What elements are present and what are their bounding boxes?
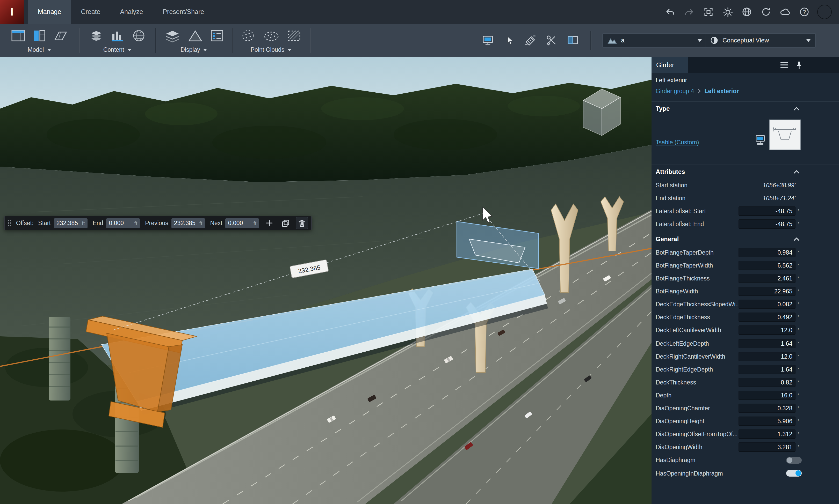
offset-value-input[interactable] bbox=[56, 220, 79, 226]
property-value[interactable]: 0.492 bbox=[738, 313, 796, 322]
property-unit: ' bbox=[798, 262, 802, 269]
chevron-down-icon bbox=[287, 48, 292, 51]
content-columns-icon[interactable] bbox=[110, 29, 125, 43]
app-logo-letter: I bbox=[10, 6, 13, 18]
property-value[interactable]: -48.75 bbox=[738, 206, 796, 216]
property-label: DiaOpeningHeight bbox=[656, 418, 738, 424]
property-row: DeckThickness 0.82 ' bbox=[651, 376, 839, 389]
add-offset-button[interactable] bbox=[264, 217, 275, 229]
model-surface-icon[interactable] bbox=[53, 29, 68, 43]
pointcloud-scan-icon[interactable] bbox=[240, 29, 256, 43]
panel-tab-girder[interactable]: Girder bbox=[651, 57, 687, 73]
utility-tools-icon[interactable] bbox=[545, 34, 558, 47]
ribbon-group-model: Model bbox=[0, 24, 79, 57]
section-header-attributes[interactable]: Attributes bbox=[651, 165, 839, 179]
pin-icon[interactable] bbox=[796, 61, 803, 69]
property-value[interactable]: 2.461 bbox=[738, 274, 796, 283]
chevron-down-icon bbox=[47, 48, 51, 51]
property-value[interactable]: 0.984 bbox=[738, 248, 796, 257]
drag-grip-icon[interactable] bbox=[7, 219, 12, 227]
property-value[interactable]: 1.64 bbox=[738, 365, 796, 374]
girder-type-preview[interactable] bbox=[769, 120, 801, 150]
pointcloud-region-icon[interactable] bbox=[262, 29, 280, 43]
offset-value-input[interactable] bbox=[109, 220, 132, 226]
display-list-icon[interactable] bbox=[209, 29, 224, 43]
tab-create[interactable]: Create bbox=[71, 0, 110, 24]
terrain-theme-dropdown[interactable]: a bbox=[602, 33, 707, 48]
model-panels-icon[interactable] bbox=[32, 29, 47, 43]
delete-button[interactable] bbox=[296, 217, 308, 229]
display-layers-icon[interactable] bbox=[164, 29, 180, 43]
property-value[interactable]: -48.75 bbox=[738, 219, 796, 229]
user-avatar[interactable] bbox=[817, 5, 832, 19]
breadcrumb-current[interactable]: Left exterior bbox=[704, 88, 739, 94]
toggle-switch[interactable] bbox=[786, 470, 802, 476]
copy-button[interactable] bbox=[280, 217, 291, 229]
property-row: DeckLeftCantileverWidth 12.0 ' bbox=[651, 324, 839, 337]
property-unit: ' bbox=[798, 288, 802, 294]
property-label: DeckRightEdgeDepth bbox=[656, 366, 738, 373]
girder-type-link[interactable]: Tsable (Custom) bbox=[656, 139, 699, 145]
ribbon-group-label-display[interactable]: Display bbox=[180, 47, 207, 53]
property-value[interactable]: 6.562 bbox=[738, 261, 796, 270]
tab-analyze[interactable]: Analyze bbox=[110, 0, 153, 24]
property-value[interactable]: 3.281 bbox=[738, 443, 796, 452]
property-value[interactable]: 1.312 bbox=[738, 430, 796, 439]
monitor-tool-icon[interactable] bbox=[482, 34, 494, 47]
offset-unit: ft bbox=[134, 220, 138, 226]
measure-tool-icon[interactable] bbox=[524, 34, 537, 47]
sync-icon[interactable] bbox=[760, 6, 772, 18]
offset-value-input[interactable] bbox=[228, 220, 251, 226]
content-sheets-icon[interactable] bbox=[88, 29, 104, 43]
property-label: End station bbox=[656, 195, 763, 201]
split-view-icon[interactable] bbox=[566, 34, 579, 47]
property-label: Start station bbox=[656, 182, 763, 188]
undo-icon[interactable] bbox=[664, 6, 676, 18]
property-value[interactable]: 12.0 bbox=[738, 326, 796, 335]
section-header-type[interactable]: Type bbox=[651, 102, 839, 115]
property-value[interactable]: 16.0 bbox=[738, 391, 796, 400]
content-globe-icon[interactable] bbox=[131, 29, 146, 43]
breadcrumb-parent-link[interactable]: Girder group 4 bbox=[656, 88, 694, 94]
offset-field-box: ft bbox=[106, 218, 140, 228]
offset-field-label: Start bbox=[38, 220, 51, 226]
ribbon-group-label-content[interactable]: Content bbox=[103, 47, 132, 53]
display-triangle-icon[interactable] bbox=[187, 29, 203, 43]
viewport-3d[interactable]: 232.385 bbox=[0, 57, 651, 504]
property-value[interactable]: 0.82 bbox=[738, 378, 796, 387]
help-icon[interactable]: ? bbox=[798, 6, 810, 18]
ribbon-group-label-model[interactable]: Model bbox=[28, 47, 51, 53]
offset-toolbar-title: Offset: bbox=[16, 220, 33, 226]
property-value[interactable]: 12.0 bbox=[738, 352, 796, 361]
selection-name: Left exterior bbox=[656, 77, 835, 83]
offset-field-box: ft bbox=[226, 218, 259, 228]
tab-manage[interactable]: Manage bbox=[28, 0, 71, 24]
view-style-dropdown[interactable]: Conceptual View bbox=[705, 33, 816, 48]
property-value[interactable]: 1056+38.99' bbox=[763, 182, 796, 188]
property-value[interactable]: 0.082 bbox=[738, 300, 796, 309]
tab-present-share[interactable]: Present/Share bbox=[153, 0, 214, 24]
property-row: DeckEdgeThickness 0.492 ' bbox=[651, 311, 839, 324]
property-value[interactable]: 1.64 bbox=[738, 339, 796, 348]
offset-value-input[interactable] bbox=[174, 220, 197, 226]
model-grid-icon[interactable] bbox=[10, 29, 26, 43]
property-value[interactable]: 1058+71.24' bbox=[763, 195, 796, 201]
section-header-general[interactable]: General bbox=[651, 232, 839, 246]
property-value[interactable]: 0.328 bbox=[738, 403, 796, 413]
pointcloud-theme-icon[interactable] bbox=[286, 29, 303, 43]
app-logo[interactable]: I bbox=[0, 0, 24, 24]
terrain-theme-value: a bbox=[621, 37, 624, 44]
zoom-extents-icon[interactable] bbox=[702, 6, 715, 18]
select-cursor-icon[interactable] bbox=[503, 34, 515, 47]
settings-gear-icon[interactable] bbox=[721, 6, 734, 18]
property-value[interactable]: 5.906 bbox=[738, 417, 796, 426]
ribbon-group-label-point-clouds[interactable]: Point Clouds bbox=[251, 47, 292, 53]
menu-icon[interactable] bbox=[780, 61, 788, 68]
cloud-share-icon[interactable] bbox=[779, 6, 791, 18]
globe-icon[interactable] bbox=[740, 6, 753, 18]
offset-field-label: Previous bbox=[145, 220, 168, 226]
property-value[interactable]: 22.965 bbox=[738, 287, 796, 296]
redo-icon[interactable] bbox=[683, 6, 696, 18]
property-row: DeckEdgeThciknessSlopedWi... 0.082 ' bbox=[651, 298, 839, 311]
toggle-switch[interactable] bbox=[786, 457, 802, 464]
